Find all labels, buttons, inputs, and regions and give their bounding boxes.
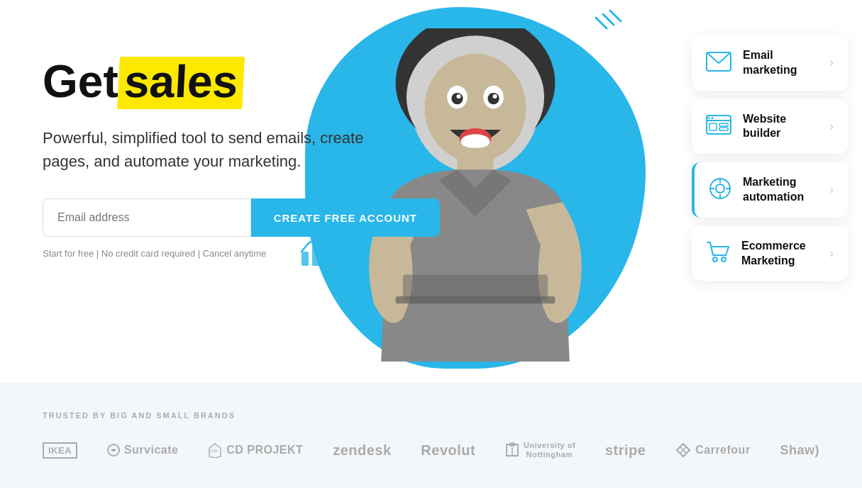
- website-builder-icon: [706, 115, 731, 138]
- hero-headline: Getsales: [43, 57, 440, 109]
- svg-rect-22: [707, 116, 731, 134]
- carrefour-text: Carrefour: [695, 444, 750, 457]
- brand-carrefour: Carrefour: [675, 442, 750, 458]
- cdprojekt-icon: CD: [208, 442, 222, 458]
- svg-point-11: [456, 94, 460, 99]
- svg-point-14: [461, 134, 490, 148]
- cdprojekt-text: CD PROJEKT: [226, 444, 303, 457]
- feature-card-ecommerce[interactable]: EcommerceMarketing ›: [692, 226, 848, 281]
- svg-point-10: [487, 93, 499, 104]
- svg-line-0: [610, 11, 621, 21]
- brand-stripe: stripe: [605, 442, 646, 459]
- headline-sales: sales: [117, 57, 245, 109]
- svg-point-9: [451, 93, 463, 104]
- svg-point-27: [708, 117, 710, 119]
- brand-zendesk: zendesk: [333, 442, 391, 459]
- email-card-arrow: ›: [829, 55, 834, 70]
- email-marketing-label: Emailmarketing: [743, 48, 797, 78]
- svg-point-36: [722, 257, 726, 262]
- survicate-icon: [107, 444, 120, 457]
- ecommerce-card-arrow: ›: [829, 246, 834, 261]
- ikea-logo-box: IKEA: [43, 442, 77, 459]
- svg-point-12: [493, 94, 497, 99]
- brand-ikea: IKEA: [43, 442, 77, 459]
- hero-section: Getsales Powerful, simplified tool to se…: [0, 0, 862, 383]
- revolut-text: Revolut: [421, 442, 475, 459]
- cta-button[interactable]: CREATE FREE ACCOUNT: [251, 198, 440, 237]
- disclaimer-text: Start for free | No credit card required…: [43, 248, 440, 259]
- svg-point-30: [716, 184, 724, 193]
- website-card-arrow: ›: [829, 119, 834, 134]
- email-input[interactable]: [43, 198, 251, 237]
- brand-cdprojekt: CD CD PROJEKT: [208, 442, 303, 458]
- svg-point-28: [712, 117, 714, 119]
- svg-line-2: [596, 18, 607, 28]
- feature-card-email[interactable]: Emailmarketing ›: [692, 35, 848, 91]
- email-marketing-icon: [706, 52, 731, 74]
- svg-text:CD: CD: [211, 449, 218, 453]
- brand-revolut: Revolut: [421, 442, 475, 459]
- survicate-text: Survicate: [124, 444, 179, 457]
- nottingham-icon: [505, 442, 519, 459]
- brand-nottingham: University ofNottingham: [505, 441, 575, 459]
- svg-rect-26: [719, 128, 728, 130]
- svg-point-35: [713, 257, 717, 262]
- brand-logos-list: IKEA Survicate CD CD PROJEKT zendesk Rev…: [43, 441, 819, 459]
- stripe-text: stripe: [605, 442, 646, 459]
- shaw-text: Shaw): [780, 443, 819, 458]
- marketing-automation-icon: [709, 177, 731, 203]
- decorative-lines: [568, 7, 624, 64]
- headline-get: Get: [43, 56, 118, 107]
- ecommerce-marketing-icon: [706, 241, 730, 267]
- trusted-section: TRUSTED BY BIG AND SMALL BRANDS IKEA Sur…: [0, 383, 862, 488]
- brand-survicate: Survicate: [107, 444, 179, 457]
- svg-rect-17: [403, 274, 548, 300]
- automation-card-arrow: ›: [829, 182, 834, 197]
- signup-form: CREATE FREE ACCOUNT: [43, 198, 440, 237]
- feature-card-automation[interactable]: Marketingautomation ›: [692, 162, 848, 218]
- svg-line-1: [603, 14, 614, 25]
- feature-cards-list: Emailmarketing › Websitebuilder ›: [692, 35, 848, 281]
- trusted-label: TRUSTED BY BIG AND SMALL BRANDS: [43, 411, 819, 420]
- hero-left-content: Getsales Powerful, simplified tool to se…: [43, 43, 440, 259]
- carrefour-icon: [675, 442, 691, 458]
- zendesk-text: zendesk: [333, 442, 391, 459]
- hero-subtitle: Powerful, simplified tool to send emails…: [43, 126, 411, 173]
- website-builder-label: Websitebuilder: [743, 112, 786, 142]
- ecommerce-marketing-label: EcommerceMarketing: [741, 239, 806, 269]
- feature-card-website[interactable]: Websitebuilder ›: [692, 99, 848, 155]
- marketing-automation-label: Marketingautomation: [743, 175, 804, 205]
- nottingham-text: University ofNottingham: [524, 441, 575, 459]
- brand-shaw: Shaw): [780, 443, 819, 458]
- svg-rect-24: [709, 123, 717, 130]
- svg-rect-25: [719, 123, 728, 126]
